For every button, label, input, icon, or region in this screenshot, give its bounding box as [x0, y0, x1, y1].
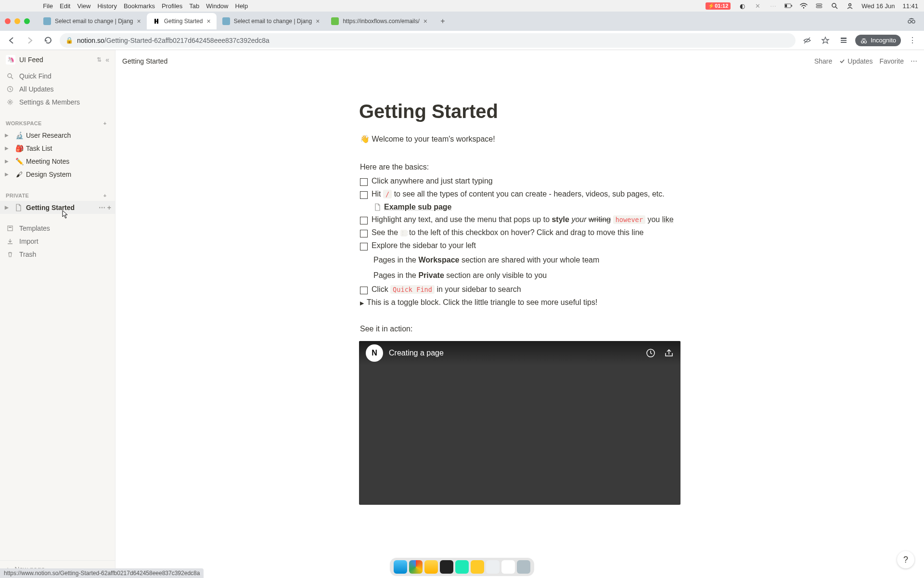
battery-indicator[interactable]: ⚡01:12: [706, 2, 731, 10]
settings-members[interactable]: Settings & Members: [0, 95, 115, 108]
dock-finder-icon[interactable]: [394, 560, 407, 574]
import[interactable]: Import: [0, 235, 115, 248]
add-private-page-icon[interactable]: +: [101, 191, 109, 200]
control-center-icon[interactable]: [815, 2, 823, 10]
more-icon[interactable]: ⋯: [911, 57, 917, 65]
dock-app-icon[interactable]: [486, 560, 500, 574]
updates-button[interactable]: Updates: [839, 57, 873, 65]
breadcrumb[interactable]: Getting Started: [122, 57, 167, 65]
help-button[interactable]: ?: [897, 551, 914, 568]
bookmark-star-icon[interactable]: [819, 34, 832, 47]
dock-chrome-icon[interactable]: [409, 560, 423, 574]
quick-find[interactable]: Quick Find: [0, 69, 115, 82]
indent-text[interactable]: Pages in the Workspace section are share…: [372, 253, 680, 267]
reading-list-icon[interactable]: [837, 34, 850, 47]
all-updates[interactable]: All Updates: [0, 82, 115, 95]
trash[interactable]: Trash: [0, 248, 115, 261]
workspace-switcher[interactable]: 🦄 UI Feed ⇅ «: [0, 50, 115, 69]
indent-text[interactable]: Pages in the Private section are only vi…: [372, 268, 680, 283]
subpage-link[interactable]: Example sub page: [372, 201, 680, 213]
expand-icon[interactable]: ▶: [5, 171, 13, 177]
sidebar-page-getting-started[interactable]: ▶ Getting Started ⋯ +: [0, 201, 115, 214]
todo-item[interactable]: Highlight any text, and use the menu tha…: [359, 214, 680, 226]
menu-profiles[interactable]: Profiles: [162, 2, 182, 10]
drag-handle-icon[interactable]: ⋮⋮: [400, 230, 407, 236]
url-bar[interactable]: 🔒 notion.so/Getting-Started-62affb0217d6…: [60, 33, 796, 48]
menu-view[interactable]: View: [77, 2, 90, 10]
collapse-sidebar-icon[interactable]: «: [105, 56, 109, 64]
menu-tab[interactable]: Tab: [189, 2, 199, 10]
menu-window[interactable]: Window: [206, 2, 228, 10]
dock-notes-icon[interactable]: [424, 560, 438, 574]
share-video-icon[interactable]: [664, 348, 674, 358]
checkbox[interactable]: [360, 217, 368, 224]
video-embed[interactable]: N Creating a page: [359, 341, 680, 505]
eye-icon[interactable]: [800, 34, 814, 47]
menubar-time[interactable]: 11:41: [902, 2, 918, 10]
templates[interactable]: Templates: [0, 222, 115, 235]
menubar-date[interactable]: Wed 16 Jun: [861, 2, 895, 10]
menu-file[interactable]: File: [43, 2, 53, 10]
new-tab-button[interactable]: +: [436, 14, 449, 28]
basics-header[interactable]: Here are the basics:: [359, 160, 680, 174]
chrome-menu-icon[interactable]: ⋮: [906, 34, 919, 47]
dock-trash-icon[interactable]: [517, 560, 530, 574]
close-tab-icon[interactable]: ×: [137, 17, 141, 25]
page-content[interactable]: Getting Started 👋 Welcome to your team's…: [116, 72, 924, 578]
wifi-icon[interactable]: [800, 2, 808, 10]
welcome-text[interactable]: 👋 Welcome to your team's workspace!: [359, 132, 680, 146]
expand-icon[interactable]: ▶: [5, 158, 13, 164]
browser-tab-3[interactable]: https://inboxflows.com/emails/ ×: [325, 13, 433, 29]
expand-icon[interactable]: ▶: [5, 132, 13, 138]
add-workspace-page-icon[interactable]: +: [101, 119, 109, 128]
todo-item[interactable]: Hit / to see all the types of content yo…: [359, 188, 680, 200]
share-button[interactable]: Share: [814, 57, 832, 65]
checkbox[interactable]: [360, 191, 368, 199]
sidebar-page-meeting-notes[interactable]: ▶ ✏️ Meeting Notes: [0, 155, 115, 168]
watch-later-icon[interactable]: [646, 348, 655, 358]
expand-icon[interactable]: ▶: [5, 145, 13, 151]
sidebar-page-user-research[interactable]: ▶ 🔬 User Research: [0, 129, 115, 142]
spotlight-icon[interactable]: [831, 2, 838, 10]
page-more-icon[interactable]: ⋯: [99, 204, 105, 211]
browser-tab-0[interactable]: Select email to change | Djang ×: [38, 13, 147, 29]
close-tab-icon[interactable]: ×: [424, 17, 427, 25]
dock-app-icon[interactable]: [501, 560, 515, 574]
page-add-icon[interactable]: +: [107, 204, 111, 211]
status-icon-3[interactable]: ⋯: [769, 2, 777, 10]
todo-item[interactable]: Explore the sidebar to your left: [359, 240, 680, 252]
toggle-block[interactable]: ▶This is a toggle block. Click the littl…: [359, 297, 680, 308]
close-window[interactable]: [5, 18, 11, 24]
expand-icon[interactable]: ▶: [5, 205, 13, 210]
sidebar-page-task-list[interactable]: ▶ 🎒 Task List: [0, 142, 115, 155]
checkbox[interactable]: [360, 287, 368, 294]
page-title[interactable]: Getting Started: [359, 101, 680, 122]
dock-app-icon[interactable]: [455, 560, 469, 574]
menu-edit[interactable]: Edit: [60, 2, 70, 10]
incognito-indicator-icon[interactable]: [907, 15, 918, 27]
close-tab-icon[interactable]: ×: [206, 17, 210, 25]
see-action-text[interactable]: See it in action:: [359, 322, 680, 336]
checkbox[interactable]: [360, 243, 368, 250]
checkbox[interactable]: [360, 178, 368, 186]
close-tab-icon[interactable]: ×: [316, 17, 320, 25]
user-icon[interactable]: [846, 2, 854, 10]
menu-bookmarks[interactable]: Bookmarks: [124, 2, 155, 10]
checkbox[interactable]: [360, 230, 368, 237]
status-icon-1[interactable]: ◐: [738, 2, 746, 10]
sidebar-page-design-system[interactable]: ▶ 🖌 Design System: [0, 168, 115, 181]
todo-item[interactable]: See the ⋮⋮ to the left of this checkbox …: [359, 227, 680, 239]
menu-history[interactable]: History: [97, 2, 116, 10]
dock-app-icon[interactable]: [471, 560, 484, 574]
toggle-triangle-icon[interactable]: ▶: [360, 300, 364, 306]
reload-button[interactable]: [41, 34, 55, 47]
browser-tab-2[interactable]: Select email to change | Djang ×: [217, 13, 326, 29]
favorite-button[interactable]: Favorite: [879, 57, 904, 65]
todo-item[interactable]: Click anywhere and just start typing: [359, 175, 680, 187]
todo-item[interactable]: Click Quick Find in your sidebar to sear…: [359, 284, 680, 296]
battery-icon[interactable]: [784, 2, 792, 10]
incognito-chip[interactable]: Incognito: [855, 35, 901, 46]
status-icon-2[interactable]: ✕: [754, 2, 761, 10]
browser-tab-1[interactable]: Getting Started ×: [147, 13, 217, 29]
dock-terminal-icon[interactable]: [440, 560, 453, 574]
